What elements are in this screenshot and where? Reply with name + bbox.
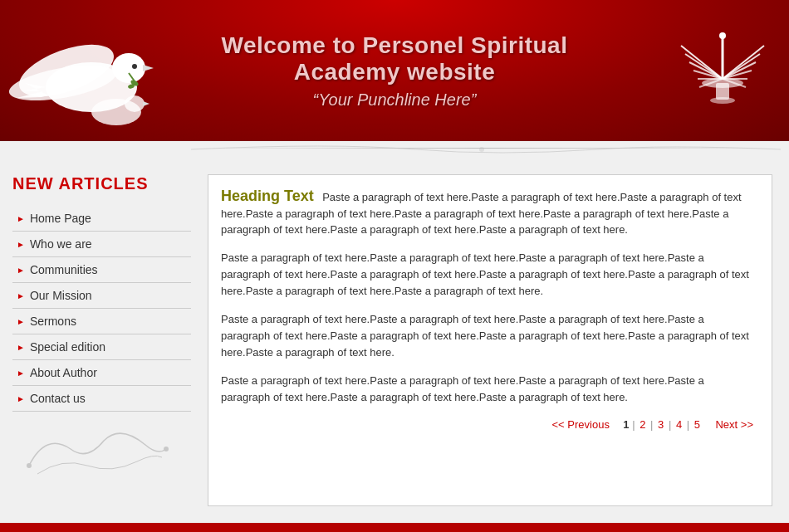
nav-arrow-icon: ► bbox=[17, 368, 25, 378]
sidebar-item-communities[interactable]: ► Communities bbox=[12, 257, 191, 283]
prev-button[interactable]: << Previous bbox=[552, 418, 610, 431]
svg-point-1 bbox=[112, 53, 145, 83]
svg-point-29 bbox=[710, 97, 735, 104]
sidebar-item-label: Who we are bbox=[30, 237, 92, 251]
content-heading: Heading Text bbox=[221, 188, 314, 204]
content-paragraph-1: Paste a paragraph of text here.Paste a p… bbox=[221, 250, 755, 300]
sidebar-item-label: Our Mission bbox=[30, 289, 92, 302]
site-subtitle: “Your Punchline Here” bbox=[198, 90, 592, 110]
nav-arrow-icon: ► bbox=[17, 343, 25, 352]
next-button[interactable]: Next >> bbox=[715, 418, 753, 431]
nav-arrow-icon: ► bbox=[17, 291, 25, 300]
page-5-link[interactable]: 5 bbox=[694, 418, 700, 431]
dove-icon bbox=[0, 8, 166, 141]
svg-point-11 bbox=[125, 95, 145, 112]
sidebar-item-label: Sermons bbox=[30, 315, 76, 328]
sidebar-item-label: Home Page bbox=[30, 212, 91, 225]
content-area: Heading Text Paste a paragraph of text h… bbox=[199, 158, 789, 523]
svg-marker-2 bbox=[143, 65, 154, 71]
sidebar-item-contactus[interactable]: ► Contact us bbox=[12, 386, 191, 412]
sidebar: NEW ARTICLES ► Home Page ► Who we are ► … bbox=[0, 158, 199, 523]
sidebar-item-sermons[interactable]: ► Sermons bbox=[12, 309, 191, 334]
content-inner: Heading Text Paste a paragraph of text h… bbox=[208, 174, 772, 506]
header-title-area: Welcome to Personel Spiritual Academy we… bbox=[198, 32, 592, 110]
svg-line-21 bbox=[723, 54, 760, 79]
svg-point-32 bbox=[164, 447, 169, 451]
sidebar-item-whoweare[interactable]: ► Who we are bbox=[12, 232, 191, 257]
current-page: 1 bbox=[623, 418, 629, 431]
svg-point-3 bbox=[132, 64, 137, 69]
nav-arrow-icon: ► bbox=[17, 266, 25, 275]
svg-point-31 bbox=[27, 463, 32, 468]
page-4-link[interactable]: 4 bbox=[676, 418, 682, 431]
sidebar-item-home[interactable]: ► Home Page bbox=[12, 206, 191, 232]
sidebar-item-aboutauthor[interactable]: ► About Author bbox=[12, 360, 191, 386]
nav-arrow-icon: ► bbox=[17, 240, 25, 249]
heading-line: Heading Text Paste a paragraph of text h… bbox=[221, 188, 755, 238]
page-3-link[interactable]: 3 bbox=[658, 418, 664, 431]
content-paragraph-2: Paste a paragraph of text here.Paste a p… bbox=[221, 311, 755, 361]
sidebar-item-ourmission[interactable]: ► Our Mission bbox=[12, 283, 191, 309]
svg-marker-12 bbox=[143, 101, 149, 106]
site-title: Welcome to Personel Spiritual Academy we… bbox=[198, 32, 592, 85]
nav-arrow-icon: ► bbox=[17, 317, 25, 326]
site-header: Welcome to Personel Spiritual Academy we… bbox=[0, 0, 789, 141]
site-footer: Copyright 2009 Your website name. All ri… bbox=[0, 523, 789, 532]
main-wrapper: NEW ARTICLES ► Home Page ► Who we are ► … bbox=[0, 158, 789, 523]
sidebar-decoration bbox=[12, 412, 191, 486]
emblem-icon bbox=[673, 29, 772, 112]
page-2-link[interactable]: 2 bbox=[640, 418, 645, 431]
svg-point-26 bbox=[719, 32, 726, 39]
sidebar-item-label: Contact us bbox=[30, 392, 86, 405]
nav-arrow-icon: ► bbox=[17, 214, 25, 223]
deco-border bbox=[0, 141, 789, 158]
sidebar-nav: ► Home Page ► Who we are ► Communities ►… bbox=[12, 206, 191, 412]
content-paragraph-3: Paste a paragraph of text here.Paste a p… bbox=[221, 373, 755, 406]
nav-arrow-icon: ► bbox=[17, 394, 25, 403]
sidebar-item-specialedition[interactable]: ► Special edition bbox=[12, 334, 191, 360]
sidebar-item-label: About Author bbox=[30, 366, 97, 379]
sidebar-item-label: Communities bbox=[30, 263, 98, 276]
svg-line-14 bbox=[685, 54, 723, 79]
sidebar-title: NEW ARTICLES bbox=[12, 174, 191, 193]
page-divider: | bbox=[632, 418, 638, 431]
pagination: << Previous 1 | 2 | 3 | 4 | 5 Next >> bbox=[221, 418, 755, 431]
sidebar-item-label: Special edition bbox=[30, 340, 105, 354]
svg-point-30 bbox=[479, 147, 484, 152]
